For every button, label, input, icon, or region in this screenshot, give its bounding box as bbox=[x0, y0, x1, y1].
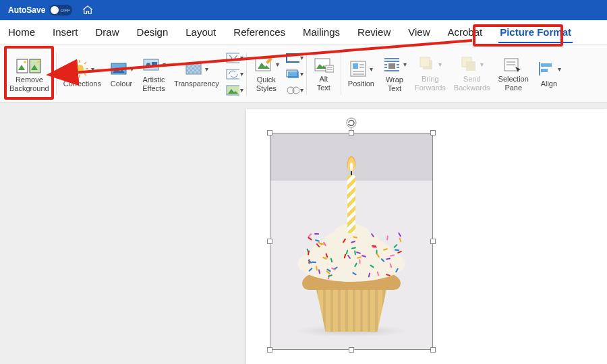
svg-rect-16 bbox=[152, 62, 157, 67]
resize-handle[interactable] bbox=[267, 347, 272, 353]
artistic-label: Artistic Effects bbox=[142, 75, 165, 92]
artistic-icon bbox=[142, 55, 161, 74]
selected-image[interactable] bbox=[270, 133, 432, 349]
picture-effects-button[interactable]: ▾ bbox=[286, 67, 304, 81]
tab-draw[interactable]: Draw bbox=[94, 22, 121, 42]
svg-line-11 bbox=[84, 62, 86, 64]
home-icon[interactable] bbox=[82, 4, 94, 16]
document-canvas[interactable] bbox=[0, 102, 607, 364]
dropdown-caret-icon: ▾ bbox=[558, 65, 561, 73]
tab-mailings[interactable]: Mailings bbox=[301, 22, 341, 42]
dropdown-caret-icon: ▾ bbox=[480, 61, 484, 68]
quick-styles-label: Quick Styles bbox=[256, 75, 277, 92]
svg-rect-49 bbox=[420, 57, 430, 67]
send-backwards-icon bbox=[461, 56, 478, 73]
resize-handle[interactable] bbox=[349, 347, 354, 353]
wrap-text-label: Wrap Text bbox=[386, 75, 403, 92]
remove-bg-icon bbox=[16, 55, 42, 75]
selection-pane-icon bbox=[503, 56, 523, 75]
border-effects-stack: ▾ ▾ ▾ bbox=[286, 47, 304, 100]
dropdown-caret-icon: ▾ bbox=[370, 65, 373, 73]
tab-layout[interactable]: Layout bbox=[184, 22, 217, 42]
tab-references[interactable]: References bbox=[232, 22, 287, 42]
position-icon bbox=[349, 59, 368, 78]
send-backwards-button[interactable]: ▾ Send Backwards bbox=[450, 47, 494, 100]
send-backwards-label: Send Backwards bbox=[454, 75, 490, 92]
svg-point-2 bbox=[24, 61, 26, 63]
effects-icon bbox=[286, 69, 299, 79]
bring-forwards-button[interactable]: ▾ Bring Forwards bbox=[411, 47, 450, 100]
selection-pane-label: Selection Pane bbox=[498, 75, 529, 92]
transparency-button[interactable]: ▾ Transparency bbox=[170, 47, 223, 100]
dropdown-caret-icon: ▾ bbox=[438, 61, 442, 68]
corrections-button[interactable]: ▾ Corrections bbox=[59, 47, 105, 100]
dropdown-caret-icon: ▾ bbox=[205, 65, 208, 73]
colour-button[interactable]: ▾ Colour bbox=[105, 47, 138, 100]
svg-point-4 bbox=[76, 65, 84, 73]
bring-forwards-icon bbox=[419, 56, 436, 73]
alt-text-button[interactable]: Alt Text bbox=[310, 47, 338, 100]
tab-review[interactable]: Review bbox=[356, 22, 392, 42]
resize-handle[interactable] bbox=[267, 130, 272, 135]
resize-handle[interactable] bbox=[267, 239, 272, 244]
tab-view[interactable]: View bbox=[407, 22, 431, 42]
picture-layout-button[interactable]: ▾ bbox=[286, 84, 304, 97]
tab-insert[interactable]: Insert bbox=[51, 22, 80, 42]
position-button[interactable]: ▾ Position bbox=[344, 47, 378, 100]
svg-point-15 bbox=[146, 63, 150, 67]
dropdown-caret-icon: ▾ bbox=[403, 61, 407, 68]
resize-handle[interactable] bbox=[430, 347, 436, 353]
artistic-effects-button[interactable]: ▾ Artistic Effects bbox=[138, 47, 170, 100]
svg-rect-20 bbox=[186, 63, 201, 74]
bring-forwards-label: Bring Forwards bbox=[415, 75, 446, 92]
dropdown-caret-icon: ▾ bbox=[276, 61, 279, 68]
svg-rect-56 bbox=[541, 63, 552, 67]
align-icon bbox=[537, 59, 556, 78]
resize-handle[interactable] bbox=[430, 239, 436, 244]
resize-handle[interactable] bbox=[349, 130, 354, 135]
corrections-icon bbox=[70, 59, 89, 78]
remove-bg-label: Remove Background bbox=[9, 75, 49, 92]
svg-rect-51 bbox=[466, 61, 475, 71]
dropdown-caret-icon: ▾ bbox=[130, 65, 134, 73]
tab-design[interactable]: Design bbox=[136, 22, 170, 42]
align-label: Align bbox=[541, 80, 557, 88]
reset-picture-button[interactable]: ▾ bbox=[226, 84, 243, 97]
svg-line-10 bbox=[84, 73, 86, 75]
autosave-label: AutoSave bbox=[8, 5, 45, 15]
svg-rect-25 bbox=[287, 54, 299, 62]
quick-styles-button[interactable]: ▾ Quick Styles bbox=[250, 47, 283, 100]
remove-background-button[interactable]: Remove Background bbox=[5, 47, 53, 100]
titlebar: AutoSave OFF bbox=[0, 0, 607, 20]
selection-pane-button[interactable]: Selection Pane bbox=[494, 47, 533, 100]
change-picture-button[interactable]: ▾ bbox=[226, 67, 243, 81]
autosave-toggle[interactable]: OFF bbox=[49, 5, 72, 16]
tab-acrobat[interactable]: Acrobat bbox=[446, 22, 484, 42]
svg-rect-31 bbox=[326, 65, 334, 72]
rotate-handle[interactable] bbox=[346, 117, 357, 128]
colour-icon bbox=[109, 59, 128, 78]
selection-outline bbox=[270, 133, 433, 350]
compress-picture-button[interactable]: ▾ bbox=[226, 51, 243, 65]
svg-rect-21 bbox=[227, 53, 239, 63]
compress-reset-stack: ▾ ▾ ▾ bbox=[226, 47, 243, 100]
ribbon-tabs: HomeInsertDrawDesignLayoutReferencesMail… bbox=[0, 20, 607, 44]
transparency-label: Transparency bbox=[174, 80, 219, 88]
svg-rect-57 bbox=[541, 69, 548, 72]
svg-point-3 bbox=[37, 61, 40, 63]
compress-icon bbox=[226, 53, 239, 63]
tab-home[interactable]: Home bbox=[7, 22, 36, 42]
picture-border-button[interactable]: ▾ bbox=[286, 51, 304, 65]
svg-line-9 bbox=[73, 62, 75, 64]
alt-text-icon bbox=[314, 56, 334, 75]
align-button[interactable]: ▾ Align bbox=[533, 47, 565, 100]
position-label: Position bbox=[348, 80, 374, 88]
dropdown-caret-icon: ▾ bbox=[91, 65, 94, 73]
resize-handle[interactable] bbox=[430, 130, 436, 135]
corrections-label: Corrections bbox=[63, 80, 101, 88]
wrap-text-icon bbox=[382, 55, 401, 74]
ribbon: Remove Background ▾ Corrections ▾ Colour… bbox=[0, 44, 607, 102]
document-page[interactable] bbox=[246, 109, 607, 364]
wrap-text-button[interactable]: ▾ Wrap Text bbox=[378, 47, 411, 100]
tab-picture-format[interactable]: Picture Format bbox=[498, 22, 573, 42]
